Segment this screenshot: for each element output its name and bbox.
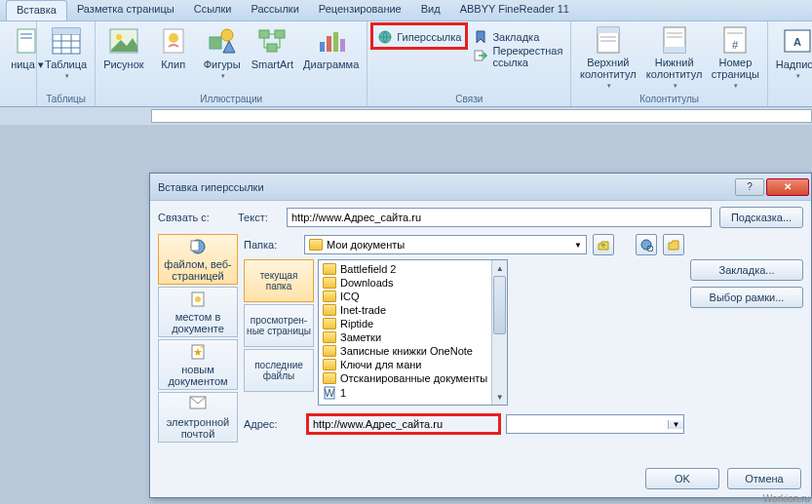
svg-rect-30 bbox=[664, 47, 685, 53]
tooltip-button[interactable]: Подсказка... bbox=[719, 207, 803, 228]
file-list[interactable]: Battlefield 2 Downloads ICQ Inet-trade R… bbox=[318, 259, 508, 406]
svg-rect-16 bbox=[259, 30, 269, 38]
folder-icon bbox=[323, 372, 336, 384]
address-highlight-text: http://www.Адрес_сайта.ru bbox=[311, 418, 496, 430]
pagenum-icon: # bbox=[719, 25, 751, 55]
list-item: Записные книжки OneNote bbox=[321, 344, 489, 358]
picture-icon bbox=[108, 25, 139, 57]
shapes-button[interactable]: Фигуры bbox=[199, 23, 246, 88]
svg-rect-18 bbox=[267, 44, 277, 52]
cancel-button[interactable]: Отмена bbox=[727, 468, 801, 489]
svg-point-45 bbox=[641, 240, 651, 250]
ribbon-tabs: Вставка Разметка страницы Ссылки Рассылк… bbox=[0, 0, 812, 21]
text-input[interactable] bbox=[287, 208, 712, 227]
list-item: Ключи для мани bbox=[321, 358, 489, 371]
browse-mode-column: текущая папка просмотрен-ные страницы по… bbox=[244, 259, 314, 406]
bookmark-dialog-button[interactable]: Закладка... bbox=[690, 259, 803, 281]
up-folder-button[interactable] bbox=[593, 234, 614, 255]
svg-point-15 bbox=[221, 29, 233, 41]
tab-mailings[interactable]: Рассылки bbox=[241, 0, 308, 20]
textbox-icon: A bbox=[782, 25, 812, 57]
ribbon: ница ▾ Таблица Таблицы Рисунок Клип Фигу… bbox=[0, 21, 812, 107]
linkto-email[interactable]: электронной почтой bbox=[158, 392, 238, 443]
tab-insert[interactable]: Вставка bbox=[6, 0, 67, 20]
tab-references[interactable]: Ссылки bbox=[184, 0, 242, 20]
browse-web-button[interactable] bbox=[636, 234, 657, 255]
footer-button[interactable]: Нижний колонтитул bbox=[642, 23, 706, 88]
help-button[interactable]: ? bbox=[735, 178, 764, 196]
group-illustrations: Иллюстрации bbox=[99, 92, 363, 106]
svg-rect-9 bbox=[53, 28, 80, 34]
dialog-titlebar[interactable]: Вставка гиперссылки ? ✕ bbox=[150, 174, 811, 201]
svg-text:W: W bbox=[325, 387, 335, 399]
chart-button[interactable]: Диаграмма bbox=[299, 23, 363, 88]
svg-point-11 bbox=[116, 34, 122, 40]
ok-button[interactable]: OK bbox=[645, 468, 719, 489]
folder-icon bbox=[323, 345, 336, 357]
pagenum-button[interactable]: #Номер страницы bbox=[708, 23, 763, 88]
tab-view[interactable]: Вид bbox=[411, 0, 450, 20]
table-icon bbox=[51, 25, 82, 57]
tab-layout[interactable]: Разметка страницы bbox=[67, 0, 184, 20]
tab-review[interactable]: Рецензирование bbox=[309, 0, 411, 20]
target-frame-button[interactable]: Выбор рамки... bbox=[690, 287, 803, 308]
smartart-button[interactable]: SmartArt bbox=[248, 23, 297, 88]
lookin-combo[interactable]: Мои документы ▼ bbox=[304, 235, 587, 254]
folder-icon bbox=[323, 304, 336, 316]
svg-rect-21 bbox=[333, 32, 338, 52]
group-links: Связи bbox=[371, 92, 566, 106]
svg-point-41 bbox=[195, 296, 201, 302]
list-item: Downloads bbox=[321, 276, 489, 290]
svg-rect-39 bbox=[191, 241, 199, 251]
linkto-place[interactable]: местом в документе bbox=[158, 287, 238, 337]
folder-icon bbox=[323, 331, 336, 343]
lookin-label: Папка: bbox=[244, 239, 298, 251]
file-list-scrollbar[interactable]: ▲▼ bbox=[491, 260, 507, 405]
svg-rect-19 bbox=[320, 42, 325, 52]
clip-button[interactable]: Клип bbox=[150, 23, 197, 88]
header-button[interactable]: Верхний колонтитул bbox=[575, 23, 640, 88]
svg-rect-1 bbox=[20, 33, 32, 35]
email-icon bbox=[188, 395, 208, 414]
recent-files-button[interactable]: последние файлы bbox=[244, 349, 314, 392]
place-icon bbox=[188, 290, 208, 309]
close-button[interactable]: ✕ bbox=[766, 178, 809, 196]
smartart-icon bbox=[256, 25, 288, 57]
shapes-icon bbox=[207, 25, 238, 57]
svg-rect-0 bbox=[18, 29, 35, 53]
svg-rect-2 bbox=[20, 37, 32, 39]
folder-icon bbox=[309, 239, 323, 251]
word-doc-icon: W bbox=[323, 386, 336, 400]
svg-text:#: # bbox=[732, 39, 739, 51]
table-button[interactable]: Таблица bbox=[41, 23, 91, 88]
folder-icon bbox=[323, 263, 336, 275]
list-item: Battlefield 2 bbox=[321, 262, 489, 276]
footer-icon bbox=[659, 25, 690, 55]
tab-abbyy[interactable]: ABBYY FineReader 11 bbox=[450, 0, 579, 20]
hyperlink-icon bbox=[377, 29, 393, 45]
horizontal-ruler[interactable] bbox=[151, 109, 812, 123]
bookmark-button[interactable]: Закладка bbox=[469, 27, 566, 47]
crossref-button[interactable]: Перекрестная ссылка bbox=[469, 47, 566, 66]
list-item: Riptide bbox=[321, 317, 489, 330]
textbox-button[interactable]: AНадпись bbox=[772, 23, 812, 88]
folder-icon bbox=[323, 291, 336, 302]
browse-file-button[interactable] bbox=[663, 234, 684, 255]
svg-rect-17 bbox=[275, 30, 285, 38]
picture-button[interactable]: Рисунок bbox=[99, 23, 148, 88]
hyperlink-button[interactable]: Гиперссылка bbox=[373, 27, 465, 47]
list-item: Inet-trade bbox=[321, 303, 489, 317]
svg-rect-26 bbox=[598, 27, 619, 33]
address-combo[interactable]: ▼ bbox=[506, 414, 684, 434]
new-doc-icon: ★ bbox=[188, 342, 208, 362]
browsed-pages-button[interactable]: просмотрен-ные страницы bbox=[244, 304, 314, 347]
linkto-file[interactable]: файлом, веб-страницей bbox=[158, 234, 238, 285]
list-item: ICQ bbox=[321, 290, 489, 303]
list-item: W1 bbox=[321, 385, 489, 401]
link-to-label: Связать с: bbox=[158, 212, 238, 223]
right-button-column: Закладка... Выбор рамки... bbox=[690, 234, 803, 443]
linkto-new[interactable]: ★новым документом bbox=[158, 339, 238, 390]
folder-icon bbox=[323, 318, 336, 330]
current-folder-button[interactable]: текущая папка bbox=[244, 259, 314, 302]
svg-text:★: ★ bbox=[193, 346, 203, 358]
